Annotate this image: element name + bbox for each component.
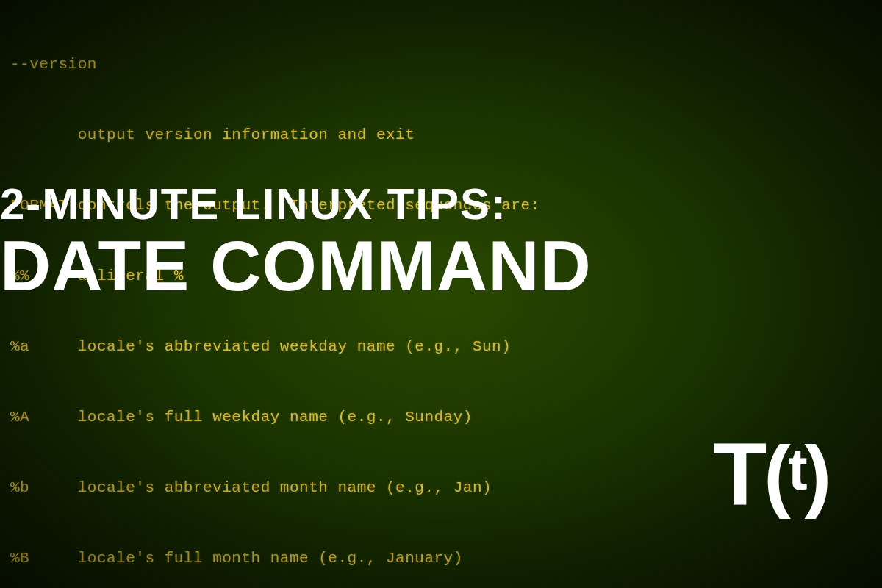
overlay-main-title: DATE COMMAND [0,231,592,301]
overlay-subtitle: 2-MINUTE LINUX TIPS: [0,182,592,226]
logo-letter-T: T [713,434,764,514]
terminal-background: --version output version information and… [0,0,882,588]
term-line: output version information and exit [10,123,882,147]
logo-paren-close: ) [805,434,829,514]
brand-logo: T(t) [713,434,860,514]
term-line: --version [10,53,882,76]
term-line: %B locale's full month name (e.g., Janua… [10,547,882,570]
term-line: %a locale's abbreviated weekday name (e.… [10,335,882,359]
logo-paren-open: ( [764,434,788,514]
title-overlay: 2-MINUTE LINUX TIPS: DATE COMMAND [0,182,592,301]
logo-letter-t-small: t [788,429,805,510]
